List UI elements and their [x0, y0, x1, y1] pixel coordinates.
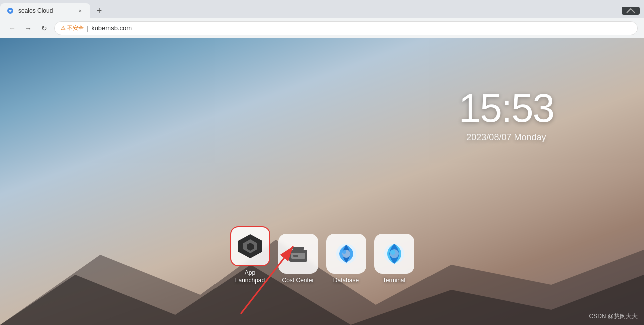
database-wrapper[interactable]: Database	[326, 234, 366, 285]
apps-area: AppLaunchpad Cost Center	[230, 226, 414, 285]
security-text: 不安全	[67, 24, 84, 32]
svg-rect-9	[293, 255, 298, 257]
url-text: kubemsb.com	[91, 24, 132, 32]
forward-button[interactable]: →	[22, 22, 34, 34]
address-bar: ← → ↻ ⚠ 不安全 | kubemsb.com	[0, 18, 644, 38]
desktop: 15:53 2023/08/07 Monday AppLaunchpad	[0, 38, 644, 325]
svg-point-15	[390, 250, 395, 255]
app-launchpad-label: AppLaunchpad	[235, 269, 265, 285]
active-tab[interactable]: sealos Cloud ×	[0, 3, 90, 18]
security-warning: ⚠ 不安全	[61, 24, 84, 32]
app-launchpad-icon[interactable]	[230, 226, 270, 266]
new-tab-button[interactable]: +	[92, 4, 106, 18]
url-separator: |	[87, 25, 88, 32]
warning-icon: ⚠	[61, 25, 66, 31]
database-label: Database	[333, 277, 359, 285]
tab-bar: sealos Cloud × +	[0, 0, 644, 18]
clock-date: 2023/08/07 Monday	[459, 132, 554, 143]
window-controls	[622, 7, 640, 15]
tab-close-button[interactable]: ×	[76, 7, 84, 15]
svg-rect-7	[292, 247, 304, 250]
app-launchpad-wrapper[interactable]: AppLaunchpad	[230, 226, 270, 285]
back-button[interactable]: ←	[6, 22, 18, 34]
clock-area: 15:53 2023/08/07 Monday	[459, 88, 554, 143]
terminal-icon[interactable]	[374, 234, 414, 274]
database-svg-icon	[334, 242, 358, 266]
cost-center-icon[interactable]	[278, 234, 318, 274]
terminal-svg-icon	[382, 242, 406, 266]
reload-button[interactable]: ↻	[38, 22, 50, 34]
launchpad-hex-icon	[237, 233, 263, 259]
cost-center-label: Cost Center	[282, 277, 314, 285]
cost-center-wrapper[interactable]: Cost Center	[278, 234, 318, 285]
clock-time: 15:53	[459, 88, 554, 128]
database-icon[interactable]	[326, 234, 366, 274]
browser-chrome: sealos Cloud × + ← → ↻ ⚠ 不安全 | kubemsb.c…	[0, 0, 644, 38]
tab-title: sealos Cloud	[18, 7, 72, 14]
terminal-wrapper[interactable]: Terminal	[374, 234, 414, 285]
cost-center-svg-icon	[286, 242, 310, 266]
terminal-label: Terminal	[383, 277, 405, 285]
svg-point-12	[342, 250, 346, 254]
tab-favicon	[6, 7, 14, 15]
tab-right-area	[622, 7, 644, 15]
watermark: CSDN @慧闲大大	[589, 312, 638, 321]
url-bar[interactable]: ⚠ 不安全 | kubemsb.com	[54, 21, 638, 35]
